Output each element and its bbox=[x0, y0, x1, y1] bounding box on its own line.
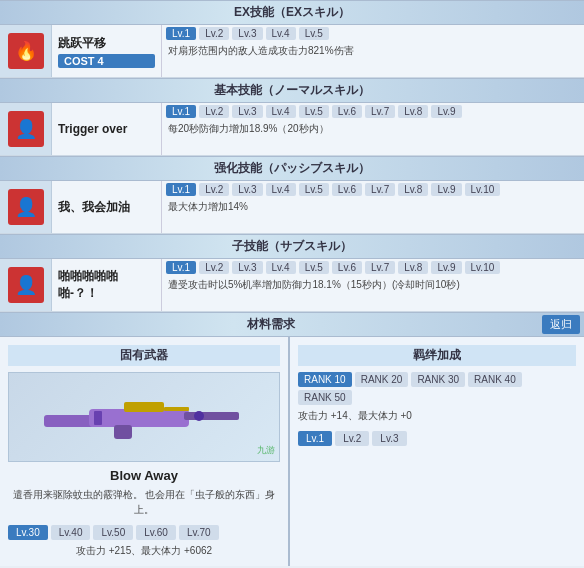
skill-row-jump: 🔥 跳跃平移 COST 4 Lv.1 Lv.2 Lv.3 Lv.4 Lv.5 对… bbox=[0, 25, 584, 78]
lv9-button-sub[interactable]: Lv.9 bbox=[431, 261, 461, 274]
lv1-button-passive[interactable]: Lv.1 bbox=[166, 183, 196, 196]
lv9-button-trigger[interactable]: Lv.9 bbox=[431, 105, 461, 118]
cost-badge: COST 4 bbox=[58, 54, 155, 68]
lv2-button-passive[interactable]: Lv.2 bbox=[199, 183, 229, 196]
lv1-button-trigger[interactable]: Lv.1 bbox=[166, 105, 196, 118]
skill-name-trigger: Trigger over bbox=[58, 122, 155, 136]
skill-desc-sub: 遭受攻击时以5%机率增加防御力18.1%（15秒内）(冷却时间10秒) bbox=[162, 276, 584, 296]
lv2-button-trigger[interactable]: Lv.2 bbox=[199, 105, 229, 118]
lv3-button-sub[interactable]: Lv.3 bbox=[232, 261, 262, 274]
e-lv2-button[interactable]: Lv.2 bbox=[335, 431, 369, 446]
skill-levels-jump: Lv.1 Lv.2 Lv.3 Lv.4 Lv.5 对扇形范围内的敌人造成攻击力8… bbox=[162, 25, 584, 77]
skill-name-area-sub: 啪啪啪啪啪啪-？！ bbox=[52, 259, 162, 311]
enhance-levels-row: Lv.1 Lv.2 Lv.3 bbox=[298, 431, 576, 446]
rank30-button[interactable]: RANK 30 bbox=[411, 372, 465, 387]
weapon-image-area: 九游 bbox=[8, 372, 280, 462]
lv7-button-trigger[interactable]: Lv.7 bbox=[365, 105, 395, 118]
rank10-button[interactable]: RANK 10 bbox=[298, 372, 352, 387]
lv4-button-trigger[interactable]: Lv.4 bbox=[266, 105, 296, 118]
skill-name-jump: 跳跃平移 bbox=[58, 35, 155, 52]
watermark: 九游 bbox=[257, 444, 275, 457]
skill-icon-passive: 👤 bbox=[0, 181, 52, 233]
basic-skill-header: 基本技能（ノーマルスキル） bbox=[0, 78, 584, 103]
lv4-button-sub[interactable]: Lv.4 bbox=[266, 261, 296, 274]
lv4-button-passive[interactable]: Lv.4 bbox=[266, 183, 296, 196]
lv5-button-jump[interactable]: Lv.5 bbox=[299, 27, 329, 40]
skill-desc-trigger: 每20秒防御力增加18.9%（20秒内） bbox=[162, 120, 584, 140]
weapon-section: 固有武器 bbox=[0, 337, 290, 566]
svg-rect-5 bbox=[94, 411, 102, 425]
skill-levels-sub: Lv.1 Lv.2 Lv.3 Lv.4 Lv.5 Lv.6 Lv.7 Lv.8 … bbox=[162, 259, 584, 311]
enhance-section: 羁绊加成 RANK 10 RANK 20 RANK 30 RANK 40 RAN… bbox=[290, 337, 584, 566]
lv1-button-sub[interactable]: Lv.1 bbox=[166, 261, 196, 274]
skill-row-trigger: 👤 Trigger over Lv.1 Lv.2 Lv.3 Lv.4 Lv.5 … bbox=[0, 103, 584, 156]
lv7-button-sub[interactable]: Lv.7 bbox=[365, 261, 395, 274]
skill-name-passive: 我、我会加油 bbox=[58, 199, 155, 216]
weapon-levels-row: Lv.30 Lv.40 Lv.50 Lv.60 Lv.70 bbox=[8, 525, 280, 540]
svg-point-6 bbox=[194, 411, 204, 421]
lv5-button-passive[interactable]: Lv.5 bbox=[299, 183, 329, 196]
lv10-button-sub[interactable]: Lv.10 bbox=[465, 261, 501, 274]
lv7-button-passive[interactable]: Lv.7 bbox=[365, 183, 395, 196]
lv4-button-jump[interactable]: Lv.4 bbox=[266, 27, 296, 40]
weapon-stat: 攻击力 +215、最大体力 +6062 bbox=[8, 544, 280, 558]
rank20-button[interactable]: RANK 20 bbox=[355, 372, 409, 387]
w-lv50-button[interactable]: Lv.50 bbox=[93, 525, 133, 540]
skill-row-passive: 👤 我、我会加油 Lv.1 Lv.2 Lv.3 Lv.4 Lv.5 Lv.6 L… bbox=[0, 181, 584, 234]
lv8-button-sub[interactable]: Lv.8 bbox=[398, 261, 428, 274]
materials-section: 材料需求 返归 固有武器 bbox=[0, 312, 584, 566]
skill-row-sub: 👤 啪啪啪啪啪啪-？！ Lv.1 Lv.2 Lv.3 Lv.4 Lv.5 Lv.… bbox=[0, 259, 584, 312]
skill-desc-jump: 对扇形范围内的敌人造成攻击力821%伤害 bbox=[162, 42, 584, 62]
skill-levels-trigger: Lv.1 Lv.2 Lv.3 Lv.4 Lv.5 Lv.6 Lv.7 Lv.8 … bbox=[162, 103, 584, 155]
skill-name-sub: 啪啪啪啪啪啪-？！ bbox=[58, 268, 155, 302]
lv1-button-jump[interactable]: Lv.1 bbox=[166, 27, 196, 40]
svg-rect-7 bbox=[164, 407, 189, 411]
w-lv40-button[interactable]: Lv.40 bbox=[51, 525, 91, 540]
levels-row-sub: Lv.1 Lv.2 Lv.3 Lv.4 Lv.5 Lv.6 Lv.7 Lv.8 … bbox=[162, 259, 584, 276]
lv5-button-trigger[interactable]: Lv.5 bbox=[299, 105, 329, 118]
lv2-button-sub[interactable]: Lv.2 bbox=[199, 261, 229, 274]
skill-icon-trigger: 👤 bbox=[0, 103, 52, 155]
lv6-button-passive[interactable]: Lv.6 bbox=[332, 183, 362, 196]
passive-skill-header: 强化技能（パッシブスキル） bbox=[0, 156, 584, 181]
svg-rect-3 bbox=[114, 425, 132, 439]
rank40-button[interactable]: RANK 40 bbox=[468, 372, 522, 387]
weapon-name: Blow Away bbox=[8, 468, 280, 483]
lv9-button-passive[interactable]: Lv.9 bbox=[431, 183, 461, 196]
lv8-button-trigger[interactable]: Lv.8 bbox=[398, 105, 428, 118]
lv3-button-jump[interactable]: Lv.3 bbox=[232, 27, 262, 40]
levels-row-jump: Lv.1 Lv.2 Lv.3 Lv.4 Lv.5 bbox=[162, 25, 584, 42]
lv8-button-passive[interactable]: Lv.8 bbox=[398, 183, 428, 196]
ex-skill-header: EX技能（EXスキル） bbox=[0, 0, 584, 25]
levels-row-trigger: Lv.1 Lv.2 Lv.3 Lv.4 Lv.5 Lv.6 Lv.7 Lv.8 … bbox=[162, 103, 584, 120]
rank-row: RANK 10 RANK 20 RANK 30 RANK 40 RANK 50 bbox=[298, 372, 576, 405]
weapon-title: 固有武器 bbox=[8, 345, 280, 366]
levels-row-passive: Lv.1 Lv.2 Lv.3 Lv.4 Lv.5 Lv.6 Lv.7 Lv.8 … bbox=[162, 181, 584, 198]
svg-rect-4 bbox=[124, 402, 164, 412]
person-icon-trigger: 👤 bbox=[8, 111, 44, 147]
person-icon-sub: 👤 bbox=[8, 267, 44, 303]
lv3-button-passive[interactable]: Lv.3 bbox=[232, 183, 262, 196]
rank50-button[interactable]: RANK 50 bbox=[298, 390, 352, 405]
lv5-button-sub[interactable]: Lv.5 bbox=[299, 261, 329, 274]
skill-levels-passive: Lv.1 Lv.2 Lv.3 Lv.4 Lv.5 Lv.6 Lv.7 Lv.8 … bbox=[162, 181, 584, 233]
w-lv70-button[interactable]: Lv.70 bbox=[179, 525, 219, 540]
basic-skill-section: 基本技能（ノーマルスキル） 👤 Trigger over Lv.1 Lv.2 L… bbox=[0, 78, 584, 156]
materials-header: 材料需求 返归 bbox=[0, 312, 584, 337]
lv6-button-sub[interactable]: Lv.6 bbox=[332, 261, 362, 274]
lv6-button-trigger[interactable]: Lv.6 bbox=[332, 105, 362, 118]
person-icon-passive: 👤 bbox=[8, 189, 44, 225]
skill-name-area-jump: 跳跃平移 COST 4 bbox=[52, 25, 162, 77]
materials-title: 材料需求 bbox=[0, 313, 542, 336]
lv3-button-trigger[interactable]: Lv.3 bbox=[232, 105, 262, 118]
lv10-button-passive[interactable]: Lv.10 bbox=[465, 183, 501, 196]
lv2-button-jump[interactable]: Lv.2 bbox=[199, 27, 229, 40]
e-lv3-button[interactable]: Lv.3 bbox=[372, 431, 406, 446]
e-lv1-button[interactable]: Lv.1 bbox=[298, 431, 332, 446]
w-lv60-button[interactable]: Lv.60 bbox=[136, 525, 176, 540]
skill-icon-jump: 🔥 bbox=[0, 25, 52, 77]
svg-rect-2 bbox=[184, 412, 239, 420]
passive-skill-section: 强化技能（パッシブスキル） 👤 我、我会加油 Lv.1 Lv.2 Lv.3 Lv… bbox=[0, 156, 584, 234]
skill-icon-sub: 👤 bbox=[0, 259, 52, 311]
w-lv30-button[interactable]: Lv.30 bbox=[8, 525, 48, 540]
